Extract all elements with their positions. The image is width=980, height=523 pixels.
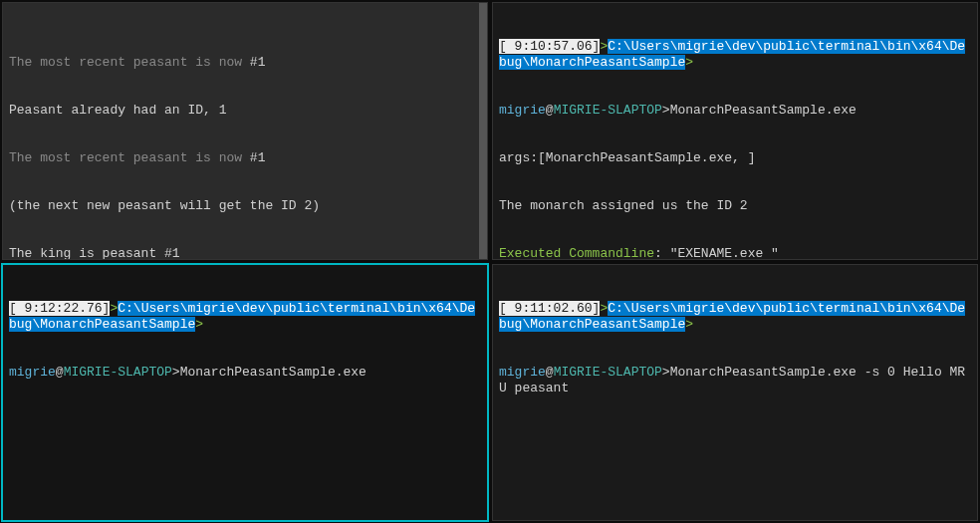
log-line: Peasant already had an ID, 1: [9, 103, 481, 119]
prompt-time: [ 9:10:57.06]: [499, 39, 600, 54]
scrollbar[interactable]: [479, 3, 487, 259]
prompt-user: migrie: [499, 365, 546, 380]
prompt: [ 9:12:22.76]>C:\Users\migrie\dev\public…: [9, 301, 481, 333]
prompt-time: [ 9:12:22.76]: [9, 301, 110, 316]
terminal-pane-top-right[interactable]: [ 9:10:57.06]>C:\Users\migrie\dev\public…: [492, 2, 978, 260]
prompt-host: MIGRIE-SLAPTOP: [64, 365, 172, 380]
prompt-cmd: MonarchPeasantSample.exe: [670, 103, 857, 118]
prompt-user-line: migrie@MIGRIE-SLAPTOP>MonarchPeasantSamp…: [499, 365, 971, 396]
log-line: The most recent peasant is now: [9, 150, 250, 165]
prompt: [ 9:10:57.06]>C:\Users\migrie\dev\public…: [499, 39, 971, 71]
log-value: #1: [250, 55, 266, 70]
terminal-pane-top-left[interactable]: The most recent peasant is now #1 Peasan…: [2, 2, 488, 260]
prompt-user: migrie: [9, 365, 56, 380]
prompt-cmd: MonarchPeasantSample.exe: [180, 365, 367, 380]
executed-label: Executed Commandline: [499, 246, 654, 260]
terminal-pane-bottom-right[interactable]: [ 9:11:02.60]>C:\Users\migrie\dev\public…: [492, 264, 978, 522]
executed-value: : "EXENAME.exe ": [654, 246, 779, 260]
prompt: [ 9:11:02.60]>C:\Users\migrie\dev\public…: [499, 301, 971, 333]
prompt-host: MIGRIE-SLAPTOP: [554, 365, 662, 380]
log-value: #1: [250, 150, 266, 165]
log-line: args:[MonarchPeasantSample.exe, ]: [499, 150, 971, 166]
prompt-user: migrie: [499, 103, 546, 118]
prompt-user-line: migrie@MIGRIE-SLAPTOP>MonarchPeasantSamp…: [499, 103, 971, 119]
log-line: The king is peasant #1: [9, 246, 481, 260]
prompt-user-line: migrie@MIGRIE-SLAPTOP>MonarchPeasantSamp…: [9, 365, 481, 381]
log-line: The monarch assigned us the ID 2: [499, 198, 971, 214]
terminal-pane-bottom-left[interactable]: [ 9:12:22.76]>C:\Users\migrie\dev\public…: [2, 264, 488, 522]
prompt-time: [ 9:11:02.60]: [499, 301, 600, 316]
log-line: (the next new peasant will get the ID 2): [9, 198, 481, 214]
log-line: The most recent peasant is now: [9, 55, 250, 70]
prompt-host: MIGRIE-SLAPTOP: [554, 103, 662, 118]
